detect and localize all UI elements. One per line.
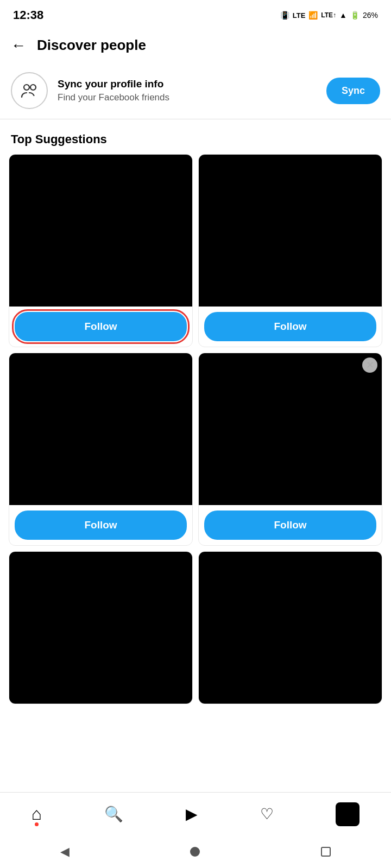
android-back-button[interactable]: ◀	[60, 845, 70, 859]
nav-activity[interactable]: ♡	[260, 805, 274, 823]
profile-avatar	[336, 802, 360, 826]
vibrate-icon: 📳	[280, 11, 289, 20]
sync-button[interactable]: Sync	[326, 78, 380, 104]
status-time: 12:38	[13, 8, 43, 22]
suggestion-card-5	[9, 551, 193, 704]
follow-button-1[interactable]: Follow	[15, 312, 187, 341]
back-button[interactable]: ←	[11, 38, 26, 53]
nav-home[interactable]: ⌂	[31, 804, 41, 824]
battery-icon: 🔋	[350, 11, 360, 20]
follow-button-2[interactable]: Follow	[204, 312, 376, 341]
search-icon: 🔍	[104, 805, 123, 823]
reels-icon: ▶	[186, 805, 198, 823]
card-image-3	[9, 353, 192, 505]
battery-pct: 26%	[363, 11, 378, 20]
page-title: Discover people	[37, 37, 146, 54]
home-icon: ⌂	[31, 804, 41, 824]
bottom-nav: ⌂ 🔍 ▶ ♡	[0, 792, 391, 835]
suggestion-card-6	[198, 551, 382, 704]
follow-button-3[interactable]: Follow	[15, 510, 187, 540]
close-button-4[interactable]: ✕	[362, 358, 377, 373]
suggestion-card-4: ✕ Follow	[198, 353, 382, 546]
android-recents-button[interactable]	[321, 847, 331, 857]
android-home-button[interactable]	[190, 847, 200, 857]
nav-profile[interactable]	[336, 802, 360, 826]
card-image-2	[199, 155, 382, 307]
home-notification-dot	[35, 822, 39, 826]
suggestion-card-2: Follow	[198, 154, 382, 347]
status-bar: 12:38 📳 LTE 📶 LTE↑ ▲ 🔋 26%	[0, 0, 391, 28]
card-image-6	[199, 552, 382, 704]
lte-icon: LTE	[293, 11, 306, 20]
suggestion-card-3: Follow	[9, 353, 193, 546]
svg-point-1	[30, 85, 36, 90]
status-icons: 📳 LTE 📶 LTE↑ ▲ 🔋 26%	[280, 11, 378, 20]
signal-icon: ▲	[339, 11, 347, 20]
nav-search[interactable]: 🔍	[104, 805, 123, 823]
svg-point-0	[24, 85, 29, 90]
card-image-4	[199, 353, 382, 505]
sync-banner: Sync your profile info Find your Faceboo…	[0, 62, 391, 119]
wifi-icon: 📶	[308, 11, 318, 20]
heart-icon: ♡	[260, 805, 274, 823]
lte2-icon: LTE↑	[321, 11, 336, 19]
android-nav-bar: ◀	[0, 835, 391, 868]
sync-subtitle: Find your Facebook friends	[58, 92, 317, 103]
suggestion-card-1: Follow	[9, 154, 193, 347]
follow-button-4[interactable]: Follow	[204, 510, 376, 540]
suggestions-grid: Follow Follow Follow ✕ Follow	[0, 154, 391, 704]
nav-reels[interactable]: ▶	[186, 805, 198, 823]
card-image-5	[9, 552, 192, 704]
card-image-1	[9, 155, 192, 307]
sync-title: Sync your profile info	[58, 78, 317, 90]
page-header: ← Discover people	[0, 28, 391, 62]
section-title: Top Suggestions	[0, 122, 391, 154]
sync-text: Sync your profile info Find your Faceboo…	[58, 78, 317, 103]
sync-icon	[11, 72, 48, 109]
